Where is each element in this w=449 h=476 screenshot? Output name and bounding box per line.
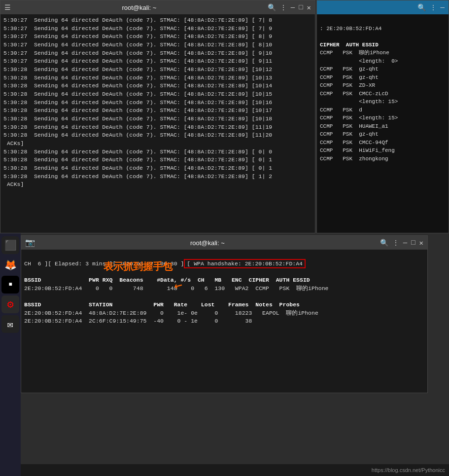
- terminal-bottom-title: root@kali: ~: [190, 239, 225, 247]
- terminal-menu-icon[interactable]: ☰: [4, 3, 11, 12]
- taskbar-settings-icon[interactable]: ⚙: [1, 295, 19, 313]
- terminal-top-left[interactable]: ☰ root@kali: ~ 🔍 ⋮ — □ ✕ 5:30:27 Sending…: [0, 0, 315, 233]
- menu-dots-icon-right[interactable]: ⋮: [430, 3, 437, 12]
- menu-dots-icon[interactable]: ⋮: [280, 3, 287, 12]
- taskbar-email-icon[interactable]: ✉: [1, 315, 19, 333]
- terminal-top-right-titlebar: 🔍 ⋮ —: [317, 0, 449, 14]
- terminal-bottom[interactable]: 📷 root@kali: ~ 🔍 ⋮ — □ ✕ CH 6 ][ Elapsed…: [21, 235, 428, 393]
- taskbar-black-icon[interactable]: ■: [1, 276, 19, 293]
- minimize-icon-bottom[interactable]: —: [403, 239, 407, 247]
- terminal-top-left-content: 5:30:27 Sending 64 directed DeAuth (code…: [0, 14, 315, 233]
- maximize-icon[interactable]: □: [299, 3, 303, 11]
- close-icon[interactable]: ✕: [307, 3, 311, 12]
- annotation-text: 表示抓到握手包: [104, 260, 173, 273]
- terminal-bottom-content: CH 6 ][ Elapsed: 3 mins ][ 2020-03-22 06…: [21, 250, 427, 393]
- terminal-top-right[interactable]: 🔍 ⋮ — : 2E:20:0B:52:FD:A4 CIPHER AUTH ES…: [316, 0, 449, 233]
- minimize-icon[interactable]: —: [291, 3, 295, 11]
- search-icon-bottom[interactable]: 🔍: [380, 239, 388, 247]
- terminal-bottom-titlebar: 📷 root@kali: ~ 🔍 ⋮ — □ ✕: [21, 236, 427, 250]
- menu-dots-icon-bottom[interactable]: ⋮: [392, 239, 399, 247]
- bottom-bar: https://blog.csdn.net/Pythonicc: [0, 464, 449, 476]
- taskbar-terminal-icon[interactable]: ⬛: [1, 236, 19, 254]
- taskbar-left: ⬛ 🦊 ■ ⚙ ✉: [0, 233, 21, 476]
- taskbar-firefox-icon[interactable]: 🦊: [1, 256, 19, 274]
- close-icon-bottom[interactable]: ✕: [419, 239, 423, 247]
- bottom-bar-url: https://blog.csdn.net/Pythonicc: [372, 467, 445, 473]
- maximize-icon-bottom[interactable]: □: [411, 239, 415, 247]
- search-icon[interactable]: 🔍: [268, 3, 276, 12]
- terminal-bottom-camera-icon: 📷: [25, 238, 35, 248]
- search-icon-right[interactable]: 🔍: [417, 3, 426, 12]
- terminal-top-right-content: : 2E:20:0B:52:FD:A4 CIPHER AUTH ESSIDCCM…: [317, 14, 449, 233]
- terminal-top-left-title: root@kali: ~: [122, 4, 156, 11]
- minimize-icon-right[interactable]: —: [441, 3, 445, 11]
- terminal-top-left-titlebar: ☰ root@kali: ~ 🔍 ⋮ — □ ✕: [0, 0, 315, 14]
